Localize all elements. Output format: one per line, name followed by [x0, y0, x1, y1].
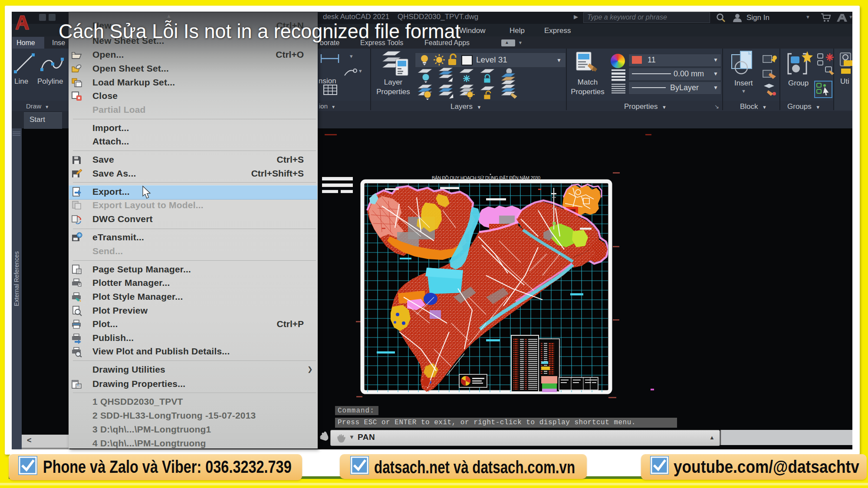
svg-text:BẢN ĐỒ QUY HOẠCH SỬ DỤNG ĐẤT Đ: BẢN ĐỒ QUY HOẠCH SỬ DỤNG ĐẤT ĐẾN NĂM 203…: [432, 175, 540, 180]
